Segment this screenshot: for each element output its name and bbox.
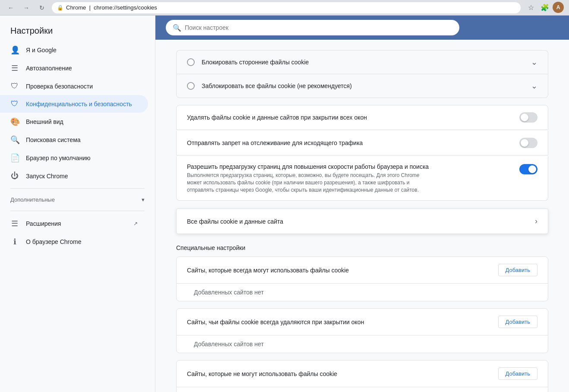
- address-bar[interactable]: 🔒 Chrome | chrome://settings/cookies: [52, 2, 521, 13]
- sidebar-item-extensions[interactable]: ☰ Расширения ↗: [0, 215, 148, 233]
- security-icon: 🛡: [10, 82, 19, 91]
- preload-title: Разрешить предзагрузку страниц для повыш…: [187, 163, 429, 170]
- sidebar-label-appearance: Внешний вид: [26, 118, 63, 125]
- block-always-empty: Добавленных сайтов нет: [177, 387, 548, 392]
- back-button[interactable]: ←: [5, 2, 16, 13]
- block-always-group: Сайты, которые не могут использовать фай…: [176, 360, 548, 392]
- allow-always-group: Сайты, которые всегда могут использовать…: [176, 256, 548, 301]
- sidebar-label-browser: Браузер по умолчанию: [26, 155, 91, 161]
- sidebar-item-search[interactable]: 🔍 Поисковая система: [0, 131, 148, 149]
- allow-always-header: Сайты, которые всегда могут использовать…: [177, 257, 548, 284]
- radio-block-all-icon: [187, 82, 195, 90]
- toggle-delete-switch[interactable]: [519, 112, 537, 123]
- user-icon: 👤: [10, 45, 19, 55]
- sidebar-item-about[interactable]: ℹ О браузере Chrome: [0, 233, 148, 251]
- search-input[interactable]: [185, 24, 452, 31]
- toggle-dnt-label: Отправлять запрет на отслеживание для ис…: [187, 139, 363, 146]
- all-cookies-row[interactable]: Все файлы cookie и данные сайта ›: [176, 209, 548, 234]
- toolbar-icons: ☆ 🧩 A: [525, 2, 564, 14]
- expand-icon: ▾: [142, 196, 145, 203]
- block-always-label: Сайты, которые не могут использовать фай…: [187, 370, 337, 377]
- toggle-delete-cookies[interactable]: Удалять файлы cookie и данные сайтов при…: [176, 105, 548, 130]
- sidebar-item-default-browser[interactable]: 📄 Браузер по умолчанию: [0, 149, 148, 167]
- clear-on-close-add-button[interactable]: Добавить: [498, 316, 537, 328]
- radio-block-all[interactable]: Заблокировать все файлы cookie (не реком…: [176, 74, 548, 98]
- autofill-icon: ☰: [10, 63, 19, 73]
- all-cookies-label: Все файлы cookie и данные сайта: [187, 218, 283, 225]
- lock-icon: 🔒: [57, 5, 63, 11]
- clear-on-close-header: Сайты, чьи файлы cookie всегда удаляются…: [177, 309, 548, 335]
- radio-block-third-icon: [187, 58, 195, 66]
- toggle-dnt[interactable]: Отправлять запрет на отслеживание для ис…: [176, 131, 548, 155]
- clear-on-close-label: Сайты, чьи файлы cookie всегда удаляются…: [187, 319, 364, 326]
- address-text: Chrome | chrome://settings/cookies: [66, 4, 157, 11]
- allow-always-empty: Добавленных сайтов нет: [177, 284, 548, 301]
- browser-toolbar: ← → ↻ 🔒 Chrome | chrome://settings/cooki…: [0, 0, 569, 16]
- search-icon: 🔍: [173, 24, 181, 32]
- sidebar-item-google[interactable]: 👤 Я и Google: [0, 41, 148, 59]
- sidebar-advanced[interactable]: Дополнительные ▾: [0, 192, 155, 207]
- main-content: 🔍 Блокировать сторонние файлы cookie ⌄ З…: [155, 16, 569, 392]
- bookmark-button[interactable]: ☆: [525, 2, 537, 14]
- browser-icon: 📄: [10, 153, 19, 163]
- block-always-add-button[interactable]: Добавить: [498, 367, 537, 380]
- sidebar-title: Настройки: [0, 19, 155, 41]
- toggle-delete-label: Удалять файлы cookie и данные сайтов при…: [187, 114, 367, 121]
- allow-always-label: Сайты, которые всегда могут использовать…: [187, 267, 349, 274]
- allow-always-add-button[interactable]: Добавить: [498, 264, 537, 276]
- toggle-preload-switch[interactable]: [519, 164, 537, 174]
- extensions-button[interactable]: 🧩: [539, 2, 551, 14]
- reload-button[interactable]: ↻: [36, 2, 47, 13]
- search-input-wrapper[interactable]: 🔍: [166, 20, 459, 35]
- sidebar-label-extensions: Расширения: [26, 220, 61, 227]
- toggle-dnt-switch[interactable]: [519, 138, 537, 148]
- ext-icon: ☰: [10, 219, 19, 228]
- sidebar-item-privacy[interactable]: 🛡 Конфиденциальность и безопасность: [0, 95, 148, 113]
- sidebar-label-search: Поисковая система: [26, 136, 81, 143]
- block-always-header: Сайты, которые не могут использовать фай…: [177, 360, 548, 387]
- settings-container: Настройки 👤 Я и Google ☰ Автозаполнение …: [0, 16, 569, 392]
- sidebar-label-security: Проверка безопасности: [26, 83, 93, 90]
- radio-block-all-chevron: ⌄: [531, 81, 537, 91]
- radio-block-third-label: Блокировать сторонние файлы cookie: [202, 59, 309, 66]
- sidebar-item-security[interactable]: 🛡 Проверка безопасности: [0, 77, 148, 95]
- content-area: Блокировать сторонние файлы cookie ⌄ Заб…: [155, 40, 569, 392]
- special-settings-header: Специальные настройки: [176, 244, 548, 251]
- radio-block-third-party[interactable]: Блокировать сторонние файлы cookie ⌄: [176, 50, 548, 74]
- startup-icon: ⏻: [10, 171, 19, 180]
- about-icon: ℹ: [10, 237, 19, 247]
- profile-avatar[interactable]: A: [553, 2, 564, 13]
- sidebar-item-autofill[interactable]: ☰ Автозаполнение: [0, 59, 148, 77]
- search-bar: 🔍: [155, 16, 569, 40]
- appearance-icon: 🎨: [10, 117, 19, 126]
- sidebar-item-appearance[interactable]: 🎨 Внешний вид: [0, 113, 148, 131]
- clear-on-close-empty: Добавленных сайтов нет: [177, 335, 548, 353]
- privacy-icon: 🛡: [10, 99, 19, 108]
- radio-block-third-chevron: ⌄: [531, 57, 537, 67]
- sidebar-label-google: Я и Google: [26, 47, 57, 54]
- radio-block-all-label: Заблокировать все файлы cookie (не реком…: [202, 82, 352, 89]
- all-cookies-chevron: ›: [535, 217, 537, 226]
- sidebar: Настройки 👤 Я и Google ☰ Автозаполнение …: [0, 16, 155, 392]
- external-link-icon: ↗: [133, 221, 138, 227]
- sidebar-label-privacy: Конфиденциальность и безопасность: [26, 101, 132, 107]
- sidebar-label-autofill: Автозаполнение: [26, 65, 72, 72]
- clear-on-close-group: Сайты, чьи файлы cookie всегда удаляются…: [176, 308, 548, 353]
- sidebar-label-startup: Запуск Chrome: [26, 173, 68, 180]
- preload-desc: Выполняется предзагрузка страниц, которы…: [187, 172, 429, 193]
- sidebar-item-startup[interactable]: ⏻ Запуск Chrome: [0, 167, 148, 185]
- search-engine-icon: 🔍: [10, 135, 19, 145]
- forward-button[interactable]: →: [21, 2, 32, 13]
- toggle-preload[interactable]: Разрешить предзагрузку страниц для повыш…: [176, 156, 548, 201]
- sidebar-label-about: О браузере Chrome: [26, 238, 82, 245]
